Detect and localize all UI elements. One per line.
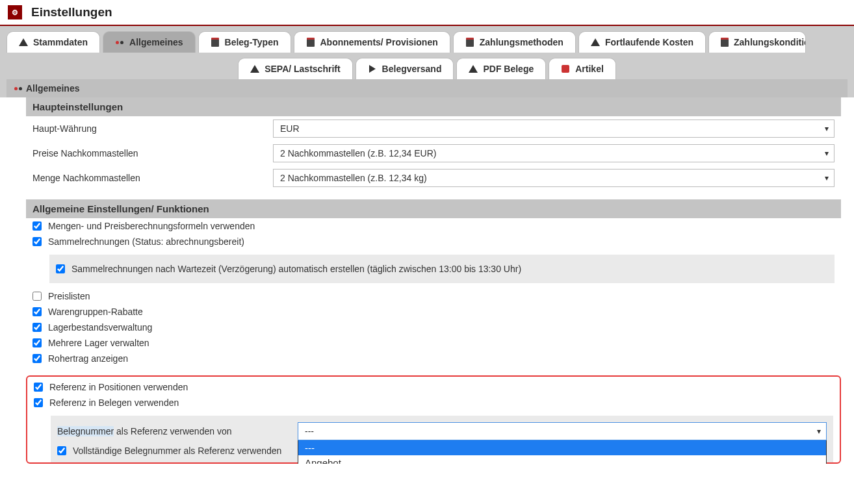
row-currency: Haupt-Währung EUR — [26, 116, 841, 141]
tabs-row-1: Stammdaten Allgemeines Beleg-Typen Abonn… — [6, 26, 848, 53]
tab-fortlaufende-kosten[interactable]: Fortlaufende Kosten — [578, 31, 706, 53]
check-formulas: Mengen- und Preisberechnungsformeln verw… — [26, 218, 841, 234]
document-icon — [211, 38, 220, 47]
tab-allgemeines[interactable]: Allgemeines — [103, 31, 195, 53]
label-price-decimals: Preise Nachkommastellen — [32, 148, 266, 158]
checkbox-label: Mehrere Lager verwalten — [48, 338, 149, 348]
check-pricelists: Preislisten — [26, 288, 841, 304]
checkbox-label: Referenz in Belegen verwenden — [49, 397, 179, 408]
dropdown-option[interactable]: Angebot — [298, 455, 826, 464]
panel-header: Allgemeine Einstellungen/ Funktionen — [26, 199, 841, 218]
ref-from-dropdown: --- Angebot Auftrag — [298, 440, 827, 464]
checkbox-full-ref[interactable] — [57, 446, 66, 455]
check-ref-docs: Referenz in Belegen verwenden — [27, 395, 840, 410]
tab-sepa[interactable]: SEPA/ Lastschrift — [238, 58, 352, 79]
document-icon — [465, 38, 474, 47]
tab-label: Abonnements/ Provisionen — [320, 37, 438, 47]
tab-pdf-belege[interactable]: PDF Belege — [456, 58, 546, 79]
checkbox-margin[interactable] — [32, 354, 42, 363]
select-qty-decimals[interactable]: 2 Nachkommastellen (z.B. 12,34 kg) — [273, 169, 835, 187]
ref-from-label-suffix: als Referenz verwenden von — [114, 426, 231, 436]
checkbox-pricelists[interactable] — [32, 292, 42, 301]
check-group-discounts: Warengruppen-Rabatte — [26, 304, 841, 320]
select-currency[interactable]: EUR — [273, 120, 835, 138]
checkbox-label: Referenz in Positionen verwenden — [49, 382, 188, 392]
tab-zahlungskonditionen[interactable]: Zahlungskonditionen — [708, 31, 806, 53]
tab-label: Zahlungsmethoden — [480, 37, 563, 47]
tab-abonnements[interactable]: Abonnements/ Provisionen — [294, 31, 450, 53]
panel-general-settings: Allgemeine Einstellungen/ Funktionen Men… — [26, 199, 841, 366]
ref-from-label-prefix: Belegnummer — [57, 426, 114, 436]
dots-icon — [14, 87, 22, 90]
checkbox-multi-stock[interactable] — [32, 338, 42, 347]
check-stock: Lagerbestandsverwaltung — [26, 320, 841, 335]
check-collective: Sammelrechnungen (Status: abrechnungsber… — [26, 234, 841, 249]
document-icon — [306, 38, 315, 47]
checkbox-ref-positions[interactable] — [34, 383, 43, 392]
ref-sub-panel: Belegnummer als Referenz verwenden von -… — [51, 416, 833, 462]
tab-label: Artikel — [575, 64, 604, 74]
settings-icon: ⚙ — [8, 5, 22, 19]
tab-label: Stammdaten — [33, 37, 88, 47]
ref-from-select-wrap: --- --- Angebot Auftrag — [298, 422, 827, 440]
arrow-right-icon — [368, 64, 377, 73]
tab-belegversand[interactable]: Belegversand — [356, 58, 454, 79]
checkbox-stock[interactable] — [32, 323, 42, 332]
tab-label: Belegversand — [382, 64, 442, 74]
tab-label: PDF Belege — [483, 64, 534, 74]
tab-stammdaten[interactable]: Stammdaten — [6, 31, 100, 53]
checkbox-collective[interactable] — [32, 237, 42, 246]
checkbox-ref-docs[interactable] — [34, 398, 43, 407]
sub-panel-collective: Sammelrechnungen nach Wartezeit (Verzöge… — [49, 255, 835, 283]
tab-zahlungsmethoden[interactable]: Zahlungsmethoden — [453, 31, 576, 53]
checkbox-label: Rohertrag anzeigen — [48, 353, 128, 364]
checkbox-label: Sammelrechnungen nach Wartezeit (Verzöge… — [71, 264, 521, 274]
checkbox-label: Vollständige Belegnummer als Referenz ve… — [73, 446, 281, 456]
ref-from-select[interactable]: --- — [298, 422, 827, 440]
highlighted-reference-box: Referenz in Positionen verwenden Referen… — [26, 375, 841, 464]
check-ref-positions: Referenz in Positionen verwenden — [27, 379, 840, 395]
section-title: Allgemeines — [6, 79, 848, 97]
checkbox-formulas[interactable] — [32, 221, 42, 231]
checkbox-collective-auto[interactable] — [56, 264, 65, 273]
select-price-decimals[interactable]: 2 Nachkommastellen (z.B. 12,34 EUR) — [273, 144, 835, 162]
checkbox-label: Sammelrechnungen (Status: abrechnungsber… — [48, 236, 244, 247]
tab-label: Fortlaufende Kosten — [605, 37, 693, 47]
checkbox-group-discounts[interactable] — [32, 307, 42, 316]
ref-from-row: Belegnummer als Referenz verwenden von -… — [57, 422, 827, 440]
tabs-row-2: SEPA/ Lastschrift Belegversand PDF Beleg… — [6, 53, 848, 79]
ref-from-label: Belegnummer als Referenz verwenden von — [57, 426, 291, 436]
tabs-container: Stammdaten Allgemeines Beleg-Typen Abonn… — [0, 26, 854, 97]
cone-icon — [591, 38, 600, 47]
shopping-bag-icon — [561, 64, 570, 73]
check-multi-stock: Mehrere Lager verwalten — [26, 335, 841, 351]
tab-label: Beleg-Typen — [225, 37, 279, 47]
dots-icon — [115, 38, 124, 47]
check-margin: Rohertrag anzeigen — [26, 351, 841, 366]
checkbox-label: Lagerbestandsverwaltung — [48, 322, 152, 333]
page-title: Einstellungen — [31, 5, 112, 19]
tab-label: Zahlungskonditionen — [734, 37, 806, 47]
tab-beleg-typen[interactable]: Beleg-Typen — [198, 31, 291, 53]
checkbox-label: Warengruppen-Rabatte — [48, 307, 143, 317]
row-price-decimals: Preise Nachkommastellen 2 Nachkommastell… — [26, 141, 841, 166]
panel-main-settings: Haupteinstellungen Haupt-Währung EUR Pre… — [26, 97, 841, 190]
tab-label: SEPA/ Lastschrift — [265, 64, 340, 74]
cone-icon — [469, 64, 478, 73]
panel-header: Haupteinstellungen — [26, 97, 841, 116]
document-icon — [721, 38, 729, 47]
tab-label: Allgemeines — [129, 37, 183, 47]
row-qty-decimals: Menge Nachkommastellen 2 Nachkommastelle… — [26, 166, 841, 190]
cone-icon — [250, 64, 259, 73]
content-area: Haupteinstellungen Haupt-Währung EUR Pre… — [0, 97, 854, 464]
check-collective-auto: Sammelrechnungen nach Wartezeit (Verzöge… — [56, 264, 828, 274]
label-currency: Haupt-Währung — [32, 123, 266, 134]
cone-icon — [19, 38, 28, 47]
section-title-label: Allgemeines — [26, 83, 79, 94]
label-qty-decimals: Menge Nachkommastellen — [32, 173, 266, 183]
page-header: ⚙ Einstellungen — [0, 0, 854, 26]
dropdown-option[interactable]: --- — [298, 440, 826, 455]
tab-artikel[interactable]: Artikel — [549, 58, 616, 79]
checkbox-label: Mengen- und Preisberechnungsformeln verw… — [48, 221, 255, 231]
checkbox-label: Preislisten — [48, 291, 90, 301]
